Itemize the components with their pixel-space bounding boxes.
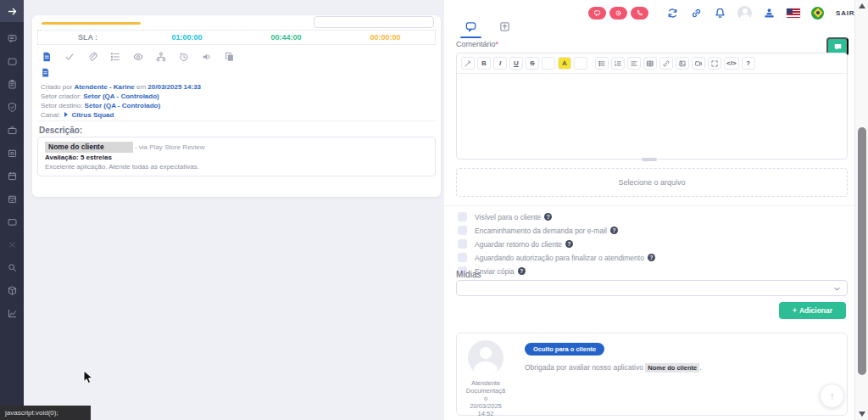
copy-button[interactable] <box>223 50 236 63</box>
scroll-to-top-button[interactable]: ↑ <box>820 384 844 408</box>
approve-button[interactable] <box>63 50 75 63</box>
sidebar-item-services[interactable] <box>7 124 18 139</box>
audio-button[interactable] <box>200 50 213 63</box>
chat-lines-icon <box>7 33 18 44</box>
sidebar-item-disconnect[interactable] <box>7 238 18 254</box>
checkbox-row-await-authorization: Aguardando autorização para finalizar o … <box>458 253 655 262</box>
checkbox-label[interactable]: Visível para o cliente <box>475 213 541 221</box>
checkbox-row-forward-email: Encaminhamento da demanda por e-mail ? <box>458 226 618 235</box>
chevron-down-icon <box>833 285 841 293</box>
history-message: Obrigada por avaliar nosso aplicativo No… <box>525 363 837 372</box>
strikethrough-button[interactable]: S <box>526 57 539 70</box>
scrollbar-down-arrow[interactable] <box>859 412 865 417</box>
topbar-record-button[interactable] <box>609 7 627 20</box>
help-icon[interactable]: ? <box>648 254 655 261</box>
help-icon[interactable]: ? <box>565 240 573 248</box>
sidebar-toggle-button[interactable] <box>0 0 24 22</box>
topbar-chat-button[interactable] <box>588 7 606 20</box>
checkbox-forward-email[interactable] <box>458 226 467 235</box>
numbered-list-button[interactable] <box>611 57 625 70</box>
language-br-button[interactable] <box>811 7 824 20</box>
sidebar-item-reports[interactable] <box>7 307 18 322</box>
link-icon <box>690 7 703 20</box>
insert-link-button[interactable] <box>659 57 673 70</box>
add-button[interactable]: + Adicionar <box>779 302 846 319</box>
sidebar-item-packages[interactable] <box>7 284 18 300</box>
highlight-color-button[interactable]: A <box>558 57 571 70</box>
logout-link[interactable]: SAIR <box>836 9 854 17</box>
help-icon[interactable]: ? <box>518 267 526 275</box>
notifications-button[interactable] <box>714 7 726 20</box>
tab-comment[interactable] <box>463 19 478 34</box>
ticket-toolbar-box[interactable] <box>314 16 434 28</box>
file-drop-zone[interactable]: Selecione o arquivo <box>456 168 848 197</box>
background-color-button[interactable] <box>574 57 587 70</box>
underline-button[interactable]: U <box>509 57 523 70</box>
org-structure-button[interactable] <box>154 50 167 63</box>
midias-select[interactable] <box>456 280 848 296</box>
watchers-button[interactable] <box>131 50 144 63</box>
image-icon <box>678 59 687 68</box>
sync-button[interactable] <box>666 7 679 20</box>
sla-time-remaining: 00:44:00 <box>236 33 336 42</box>
topbar-phone-button[interactable] <box>631 7 648 20</box>
divider <box>444 205 854 206</box>
language-us-button[interactable] <box>787 8 800 18</box>
meta-sector-target-line: Setor destino: Setor (QA - Controlado) <box>41 101 201 110</box>
checklist-button[interactable] <box>108 50 121 63</box>
checkbox-label[interactable]: Encaminhamento da demanda por e-mail <box>475 227 607 235</box>
phone-icon <box>636 9 643 17</box>
sidebar-item-panels[interactable] <box>7 216 18 231</box>
insert-image-button[interactable] <box>676 57 689 70</box>
sidebar-item-schedule[interactable] <box>7 193 18 208</box>
font-color-button[interactable] <box>542 57 555 70</box>
insert-video-button[interactable] <box>692 57 705 70</box>
checkbox-label[interactable]: Aguardando autorização para finalizar o … <box>475 254 644 262</box>
italic-button[interactable]: I <box>493 57 507 70</box>
scrollbar-thumb[interactable] <box>858 127 866 375</box>
tab-active-indicator <box>460 36 481 38</box>
tab-upload[interactable] <box>497 19 512 34</box>
avatar <box>737 6 752 20</box>
magic-format-button[interactable] <box>461 57 475 70</box>
plus-icon: + <box>793 306 797 315</box>
sla-time-total: 01:00:00 <box>137 33 236 42</box>
agent-desk-button[interactable] <box>763 7 776 20</box>
bullet-list-button[interactable] <box>595 57 609 70</box>
help-icon[interactable]: ? <box>610 227 618 234</box>
integrations-button[interactable] <box>690 7 703 20</box>
sidebar-item-chats[interactable] <box>7 32 18 48</box>
checkbox-visible-to-client[interactable] <box>458 212 467 221</box>
scrollbar-up-arrow[interactable] <box>859 3 865 8</box>
checkbox-label[interactable]: Aguardar retorno do cliente <box>475 240 562 249</box>
clipboard-icon <box>7 79 18 90</box>
history-button[interactable] <box>177 50 190 63</box>
details-tab-button[interactable] <box>40 50 53 63</box>
code-view-button[interactable]: </> <box>724 57 739 70</box>
checkbox-await-authorization[interactable] <box>458 253 467 262</box>
paperclip-icon <box>86 51 98 63</box>
sector-target-value[interactable]: Setor (QA - Controlado) <box>85 102 160 109</box>
help-icon[interactable]: ? <box>544 213 552 221</box>
sidebar-item-vault[interactable] <box>7 147 18 162</box>
bold-button[interactable]: B <box>477 57 491 70</box>
sidebar-item-board[interactable] <box>7 55 18 70</box>
created-by-link[interactable]: Atendente - Karine <box>75 83 135 91</box>
align-button[interactable] <box>627 57 641 70</box>
channel-value[interactable]: Citrus Squad <box>72 111 114 119</box>
editor-help-button[interactable]: ? <box>742 57 755 70</box>
fullscreen-button[interactable] <box>708 57 721 70</box>
sidebar-item-tasks[interactable] <box>7 78 18 93</box>
sidebar-item-calendar[interactable] <box>7 170 18 185</box>
editor-content-area[interactable] <box>457 74 847 159</box>
attachments-button[interactable] <box>86 50 98 63</box>
sector-creator-value[interactable]: Setor (QA - Controlado) <box>83 92 159 100</box>
expand-icon <box>710 59 719 68</box>
sidebar-item-search[interactable] <box>7 261 18 277</box>
table-button[interactable] <box>643 57 657 70</box>
sub-document-button[interactable] <box>40 67 51 78</box>
editor-resize-handle[interactable] <box>642 158 657 161</box>
checkbox-wait-client[interactable] <box>458 239 467 249</box>
user-avatar[interactable] <box>737 6 752 20</box>
sidebar-item-security[interactable] <box>7 101 18 116</box>
